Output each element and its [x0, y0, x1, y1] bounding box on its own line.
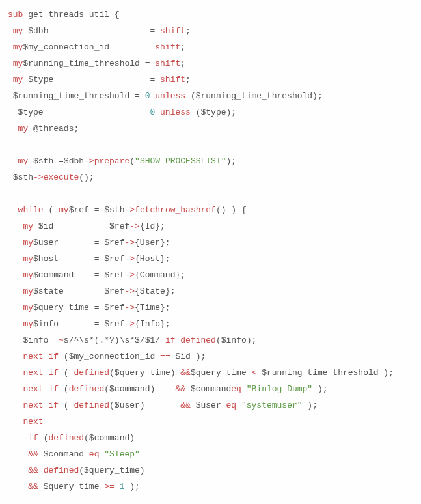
code-token: (: [59, 400, 74, 410]
code-token: execute: [44, 173, 79, 182]
code-token: ->: [129, 221, 140, 231]
code-token: [8, 124, 18, 133]
code-token: defined: [74, 368, 109, 378]
code-line: my $dbh = shift;: [8, 23, 413, 39]
code-token: [8, 156, 18, 166]
code-line: && $query_time >= 1 );: [8, 479, 413, 495]
code-token: "Sleep": [104, 449, 140, 459]
code-line: while ( my$ref = $sth->fetchrow_hashref(…: [8, 202, 413, 218]
code-token: [8, 75, 13, 85]
code-line: my$host = $ref->{Host};: [8, 251, 413, 267]
code-token: next: [23, 352, 43, 361]
code-token: eq: [231, 384, 241, 394]
code-token: &&: [28, 482, 38, 492]
code-token: ==: [160, 352, 170, 361]
code-token: {Host};: [135, 254, 170, 264]
code-token: $sth: [8, 173, 33, 182]
code-token: $running_time_threshold =: [23, 59, 155, 68]
code-token: $sth =$dbh: [28, 156, 84, 166]
code-token: shift: [155, 59, 180, 68]
code-token: ;: [185, 26, 191, 36]
code-token: my: [23, 254, 33, 264]
code-token: ->: [33, 173, 44, 182]
code-token: shift: [155, 42, 180, 52]
code-token: my: [13, 59, 23, 68]
code-token: $running_time_threshold );: [256, 368, 394, 378]
code-token: if: [48, 384, 59, 394]
code-token: $query_time: [191, 368, 252, 378]
code-token: );: [124, 482, 139, 492]
code-line: my$my_connection_id = shift;: [8, 39, 413, 55]
code-token: get_threads_util {: [23, 10, 119, 20]
code-token: $id = $ref: [33, 221, 129, 231]
code-token: $query_time = $ref: [33, 303, 124, 313]
code-token: $ref = $sth: [69, 205, 125, 215]
code-token: ($query_time): [79, 466, 144, 475]
code-token: [8, 42, 13, 52]
code-token: ->: [124, 270, 135, 280]
code-token: [8, 254, 23, 264]
code-line: my$user = $ref->{User};: [8, 234, 413, 251]
code-token: defined: [44, 466, 79, 475]
code-block: sub get_threads_util { my $dbh = shift; …: [8, 7, 413, 495]
code-token: while: [18, 205, 44, 215]
code-token: ->: [124, 319, 135, 329]
code-token: (: [59, 384, 69, 394]
code-token: sub: [8, 10, 23, 20]
code-token: my: [23, 303, 33, 313]
code-token: s/^\s*(.*?)\s*$/$1/: [64, 335, 160, 345]
code-token: [8, 482, 28, 492]
code-token: my: [59, 205, 69, 215]
code-token: "SHOW PROCESSLIST": [135, 156, 226, 166]
code-token: (: [44, 205, 59, 215]
code-token: [8, 26, 13, 36]
code-token: [38, 466, 44, 475]
code-token: [155, 107, 160, 117]
code-token: prepare: [94, 156, 130, 166]
code-token: [8, 400, 23, 410]
code-token: $command: [185, 384, 231, 394]
code-token: my: [23, 270, 33, 280]
code-line: [8, 137, 413, 153]
code-token: defined: [48, 433, 84, 443]
code-token: next: [23, 417, 43, 427]
code-token: ($command): [104, 384, 175, 394]
code-token: );: [303, 400, 318, 410]
code-line: $type = 0 unless ($type);: [8, 104, 413, 120]
code-line: next if ( defined($query_time) &&$query_…: [8, 365, 413, 381]
code-token: [8, 368, 23, 378]
code-token: defined: [180, 335, 216, 345]
code-token: {Info};: [135, 319, 170, 329]
code-token: next: [23, 384, 43, 394]
code-token: [8, 417, 23, 427]
code-line: next if ( defined($user) && $user eq "sy…: [8, 397, 413, 413]
code-token: defined: [69, 384, 105, 394]
code-token: >=: [104, 482, 115, 492]
code-token: ();: [79, 173, 94, 182]
code-token: ($command): [84, 433, 135, 443]
code-line: sub get_threads_util {: [8, 7, 413, 23]
code-token: if: [48, 352, 59, 361]
code-token: my: [23, 238, 33, 247]
code-token: &&: [28, 466, 38, 475]
code-token: $command = $ref: [33, 270, 124, 280]
code-line: $info =~s/^\s*(.*?)\s*$/$1/ if defined($…: [8, 332, 413, 348]
code-token: ($type);: [191, 107, 236, 117]
code-token: "Binlog Dump": [247, 384, 312, 394]
code-token: [115, 482, 120, 492]
code-line: my $sth =$dbh->prepare("SHOW PROCESSLIST…: [8, 153, 413, 169]
code-token: ->: [124, 238, 135, 247]
code-token: $info = $ref: [33, 319, 124, 329]
code-token: [236, 400, 241, 410]
code-token: ($running_time_threshold);: [185, 91, 323, 101]
code-token: ($query_time): [109, 368, 180, 378]
code-token: &&: [175, 384, 185, 394]
code-token: [8, 352, 23, 361]
code-token: ->: [124, 303, 135, 313]
code-token: [8, 319, 23, 329]
code-token: [160, 335, 165, 345]
code-token: [8, 189, 13, 199]
code-token: [8, 59, 13, 68]
code-token: ;: [180, 59, 185, 68]
code-token: next: [23, 368, 43, 378]
